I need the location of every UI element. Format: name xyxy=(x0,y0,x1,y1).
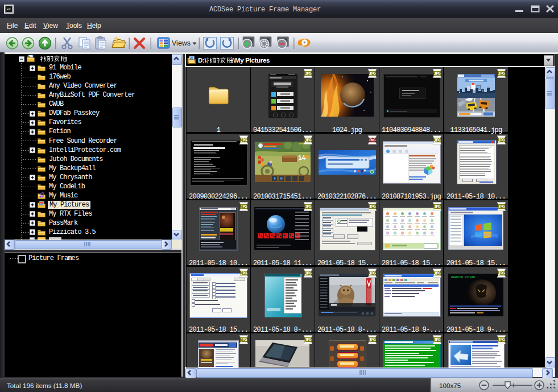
svg-text:Views: Views xyxy=(172,39,191,47)
svg-text:WARRIOR WITHIN: WARRIOR WITHIN xyxy=(451,276,475,279)
